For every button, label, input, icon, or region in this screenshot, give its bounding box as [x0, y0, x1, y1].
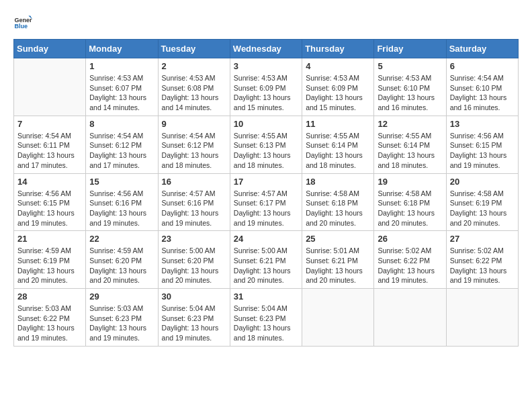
sunset-text: Sunset: 6:12 PM [89, 140, 154, 150]
cell-info: Sunrise: 5:00 AM Sunset: 6:20 PM Dayligh… [162, 246, 226, 285]
sunrise-text: Sunrise: 4:56 AM [89, 189, 154, 199]
daylight-text: Daylight: 13 hours and 17 minutes. [17, 150, 82, 170]
col-header-saturday: Saturday [446, 40, 518, 58]
day-number: 30 [162, 291, 226, 302]
sunset-text: Sunset: 6:16 PM [162, 198, 226, 208]
sunset-text: Sunset: 6:09 PM [306, 83, 370, 93]
cell-info: Sunrise: 4:55 AM Sunset: 6:14 PM Dayligh… [378, 131, 442, 171]
cell-info: Sunrise: 5:04 AM Sunset: 6:23 PM Dayligh… [234, 304, 298, 343]
cell-info: Sunrise: 4:58 AM Sunset: 6:19 PM Dayligh… [450, 189, 515, 228]
cell-info: Sunrise: 4:58 AM Sunset: 6:18 PM Dayligh… [378, 189, 442, 228]
calendar-table: SundayMondayTuesdayWednesdayThursdayFrid… [13, 39, 519, 347]
calendar-cell: 20 Sunrise: 4:58 AM Sunset: 6:19 PM Dayl… [446, 173, 518, 231]
calendar-cell: 6 Sunrise: 4:54 AM Sunset: 6:10 PM Dayli… [446, 58, 518, 116]
col-header-sunday: Sunday [14, 40, 86, 58]
calendar-cell: 4 Sunrise: 4:53 AM Sunset: 6:09 PM Dayli… [302, 58, 374, 116]
day-number: 29 [89, 291, 154, 302]
cell-info: Sunrise: 5:00 AM Sunset: 6:21 PM Dayligh… [234, 246, 298, 285]
day-number: 21 [17, 234, 82, 244]
sunset-text: Sunset: 6:22 PM [450, 256, 515, 266]
cell-info: Sunrise: 4:58 AM Sunset: 6:18 PM Dayligh… [306, 189, 370, 228]
calendar-cell: 14 Sunrise: 4:56 AM Sunset: 6:15 PM Dayl… [14, 173, 86, 231]
daylight-text: Daylight: 13 hours and 15 minutes. [234, 93, 298, 112]
calendar-cell: 25 Sunrise: 5:01 AM Sunset: 6:21 PM Dayl… [302, 231, 374, 289]
sunset-text: Sunset: 6:11 PM [17, 140, 82, 150]
day-number: 28 [17, 291, 82, 302]
sunset-text: Sunset: 6:22 PM [17, 314, 82, 324]
sunset-text: Sunset: 6:23 PM [234, 314, 298, 324]
day-number: 15 [89, 177, 154, 187]
cell-info: Sunrise: 4:53 AM Sunset: 6:09 PM Dayligh… [306, 73, 370, 113]
day-number: 3 [234, 61, 298, 71]
sunset-text: Sunset: 6:19 PM [450, 198, 515, 208]
day-number: 4 [306, 61, 370, 71]
daylight-text: Daylight: 13 hours and 18 minutes. [234, 150, 298, 170]
calendar-cell: 24 Sunrise: 5:00 AM Sunset: 6:21 PM Dayl… [230, 231, 302, 289]
cell-info: Sunrise: 4:56 AM Sunset: 6:16 PM Dayligh… [89, 189, 154, 228]
daylight-text: Daylight: 13 hours and 19 minutes. [162, 208, 226, 228]
cell-info: Sunrise: 4:53 AM Sunset: 6:07 PM Dayligh… [89, 73, 154, 113]
day-number: 24 [234, 234, 298, 244]
calendar-cell: 18 Sunrise: 4:58 AM Sunset: 6:18 PM Dayl… [302, 173, 374, 231]
calendar-cell: 21 Sunrise: 4:59 AM Sunset: 6:19 PM Dayl… [14, 231, 86, 289]
daylight-text: Daylight: 13 hours and 19 minutes. [17, 323, 82, 342]
calendar-cell: 10 Sunrise: 4:55 AM Sunset: 6:13 PM Dayl… [230, 116, 302, 173]
sunrise-text: Sunrise: 4:54 AM [17, 131, 82, 141]
sunrise-text: Sunrise: 4:54 AM [89, 131, 154, 141]
sunrise-text: Sunrise: 5:02 AM [450, 246, 515, 256]
sunrise-text: Sunrise: 4:53 AM [306, 73, 370, 83]
calendar-week-row: 21 Sunrise: 4:59 AM Sunset: 6:19 PM Dayl… [14, 231, 519, 289]
sunrise-text: Sunrise: 4:58 AM [450, 189, 515, 199]
day-number: 7 [17, 119, 82, 129]
day-number: 5 [378, 61, 442, 71]
sunset-text: Sunset: 6:13 PM [234, 140, 298, 150]
daylight-text: Daylight: 13 hours and 19 minutes. [234, 208, 298, 228]
daylight-text: Daylight: 13 hours and 20 minutes. [89, 266, 154, 285]
cell-info: Sunrise: 4:53 AM Sunset: 6:09 PM Dayligh… [234, 73, 298, 113]
sunrise-text: Sunrise: 4:58 AM [306, 189, 370, 199]
sunrise-text: Sunrise: 4:59 AM [89, 246, 154, 256]
daylight-text: Daylight: 13 hours and 19 minutes. [89, 323, 154, 342]
calendar-cell: 5 Sunrise: 4:53 AM Sunset: 6:10 PM Dayli… [374, 58, 446, 116]
calendar-week-row: 7 Sunrise: 4:54 AM Sunset: 6:11 PM Dayli… [14, 116, 519, 173]
sunset-text: Sunset: 6:15 PM [17, 198, 82, 208]
calendar-cell [302, 289, 374, 347]
cell-info: Sunrise: 4:55 AM Sunset: 6:13 PM Dayligh… [234, 131, 298, 171]
cell-info: Sunrise: 4:54 AM Sunset: 6:11 PM Dayligh… [17, 131, 82, 171]
day-number: 8 [89, 119, 154, 129]
sunset-text: Sunset: 6:17 PM [234, 198, 298, 208]
cell-info: Sunrise: 4:56 AM Sunset: 6:15 PM Dayligh… [450, 131, 515, 171]
sunset-text: Sunset: 6:21 PM [234, 256, 298, 266]
day-number: 18 [306, 177, 370, 187]
calendar-cell: 26 Sunrise: 5:02 AM Sunset: 6:22 PM Dayl… [374, 231, 446, 289]
sunset-text: Sunset: 6:21 PM [306, 256, 370, 266]
sunrise-text: Sunrise: 5:03 AM [17, 304, 82, 314]
sunset-text: Sunset: 6:19 PM [17, 256, 82, 266]
sunset-text: Sunset: 6:09 PM [234, 83, 298, 93]
sunrise-text: Sunrise: 5:04 AM [234, 304, 298, 314]
daylight-text: Daylight: 13 hours and 20 minutes. [378, 208, 442, 228]
day-number: 22 [89, 234, 154, 244]
sunrise-text: Sunrise: 4:56 AM [17, 189, 82, 199]
sunset-text: Sunset: 6:07 PM [89, 83, 154, 93]
daylight-text: Daylight: 13 hours and 18 minutes. [234, 323, 298, 342]
daylight-text: Daylight: 13 hours and 16 minutes. [450, 93, 515, 112]
sunset-text: Sunset: 6:08 PM [162, 83, 226, 93]
calendar-cell [374, 289, 446, 347]
day-number: 2 [162, 61, 226, 71]
calendar-cell [14, 58, 86, 116]
calendar-cell: 13 Sunrise: 4:56 AM Sunset: 6:15 PM Dayl… [446, 116, 518, 173]
sunset-text: Sunset: 6:12 PM [162, 140, 226, 150]
sunset-text: Sunset: 6:23 PM [162, 314, 226, 324]
calendar-cell: 1 Sunrise: 4:53 AM Sunset: 6:07 PM Dayli… [86, 58, 158, 116]
cell-info: Sunrise: 4:54 AM Sunset: 6:12 PM Dayligh… [89, 131, 154, 171]
calendar-cell: 2 Sunrise: 4:53 AM Sunset: 6:08 PM Dayli… [158, 58, 230, 116]
day-number: 9 [162, 119, 226, 129]
sunrise-text: Sunrise: 5:04 AM [162, 304, 226, 314]
calendar-cell: 11 Sunrise: 4:55 AM Sunset: 6:14 PM Dayl… [302, 116, 374, 173]
sunrise-text: Sunrise: 5:02 AM [378, 246, 442, 256]
day-number: 13 [450, 119, 515, 129]
calendar-cell: 3 Sunrise: 4:53 AM Sunset: 6:09 PM Dayli… [230, 58, 302, 116]
calendar-cell: 23 Sunrise: 5:00 AM Sunset: 6:20 PM Dayl… [158, 231, 230, 289]
day-number: 19 [378, 177, 442, 187]
